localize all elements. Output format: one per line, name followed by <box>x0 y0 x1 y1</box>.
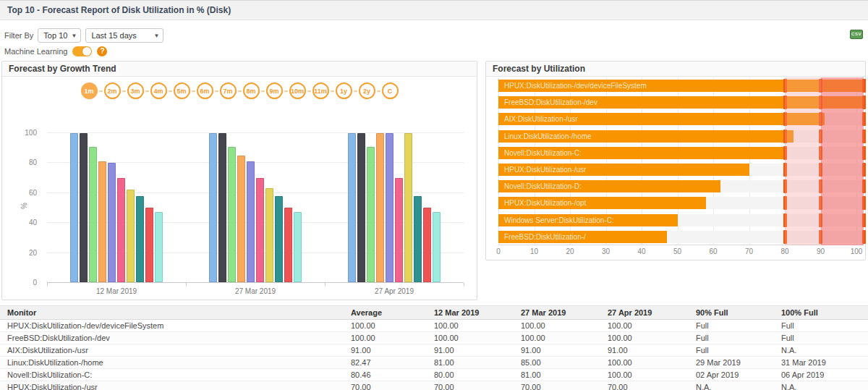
top-n-select[interactable]: Top 10 ▼ <box>38 28 81 43</box>
range-pill-4m[interactable]: 4m <box>150 82 167 99</box>
table-body: HPUX:DiskUtilization-/dev/deviceFileSyst… <box>0 320 868 390</box>
bar[interactable] <box>80 133 88 282</box>
threshold-marker <box>783 130 787 143</box>
range-pill-2y[interactable]: 2y <box>359 82 375 99</box>
machine-learning-toggle[interactable] <box>72 46 92 56</box>
bar[interactable] <box>256 178 264 282</box>
range-pill-6m[interactable]: 6m <box>197 82 213 99</box>
table-row: Linux:DiskUtilization-/home82.4781.0085.… <box>0 357 868 369</box>
range-pill-5m[interactable]: 5m <box>174 82 190 99</box>
bar[interactable] <box>404 133 412 282</box>
bar[interactable] <box>265 188 273 282</box>
range-pill-1y[interactable]: 1y <box>336 82 352 99</box>
bar[interactable]: HPUX:DiskUtilization-/usr <box>498 164 749 176</box>
x-tick-label: 100 <box>851 247 863 255</box>
bar[interactable] <box>348 133 356 282</box>
bar[interactable]: HPUX:DiskUtilization-/opt <box>498 197 706 209</box>
range-pill-2m[interactable]: 2m <box>104 82 121 99</box>
bar[interactable] <box>414 196 422 282</box>
cell: Linux:DiskUtilization-/home <box>0 357 344 369</box>
range-pill-9m[interactable]: 9m <box>266 82 283 99</box>
cell: N.A. <box>689 381 774 390</box>
time-range-select[interactable]: Last 15 days ▼ <box>85 28 163 43</box>
bar[interactable]: FreeBSD:DiskUtilization-/ <box>498 231 667 243</box>
bar[interactable]: Linux:DiskUtilization-/home <box>498 130 793 143</box>
bar-label: HPUX:DiskUtilization-/usr <box>498 164 749 176</box>
bar[interactable] <box>136 196 144 282</box>
bar[interactable] <box>423 208 431 282</box>
utilization-row: Linux:DiskUtilization-/home <box>498 128 864 145</box>
bar[interactable] <box>209 133 217 282</box>
range-pill-8m[interactable]: 8m <box>243 82 260 99</box>
bar[interactable] <box>275 196 283 282</box>
bar[interactable]: Novell:DiskUtilization-D: <box>498 180 720 192</box>
range-pill-7m[interactable]: 7m <box>220 82 237 99</box>
cell: N.A. <box>774 344 868 357</box>
utilization-row: FreeBSD:DiskUtilization-/dev <box>498 94 864 111</box>
bar[interactable] <box>247 161 255 282</box>
threshold-marker <box>783 112 787 126</box>
growth-trend-panel: Forecast by Growth Trend 1m2m3m4m5m6m7m8… <box>1 61 477 300</box>
bar[interactable] <box>108 163 116 282</box>
x-axis-tick <box>47 283 48 286</box>
bar[interactable] <box>376 133 384 282</box>
column-header: 27 Apr 2019 <box>600 306 689 320</box>
csv-export-icon[interactable]: CSV <box>850 30 863 39</box>
bar[interactable] <box>117 178 125 282</box>
forecast-table: MonitorAverage12 Mar 201927 Mar 201927 A… <box>0 305 868 390</box>
bar[interactable] <box>98 161 106 282</box>
threshold-marker <box>862 163 866 177</box>
help-icon[interactable]: ? <box>97 46 107 56</box>
bar[interactable] <box>70 133 78 282</box>
x-axis-tick <box>464 283 464 286</box>
bar[interactable] <box>357 133 365 282</box>
pill-connector <box>192 90 195 92</box>
bar[interactable]: HPUX:DiskUtilization-/dev/deviceFileSyst… <box>498 80 862 92</box>
column-header: 100% Full <box>774 306 868 320</box>
pill-connector <box>284 90 288 92</box>
bar[interactable] <box>155 212 163 282</box>
utilization-row: AIX:DiskUtilization-/usr <box>498 111 864 127</box>
threshold-marker <box>783 230 787 244</box>
bar-label: Linux:DiskUtilization-/home <box>498 130 793 143</box>
y-tick-label: 100 <box>25 129 37 137</box>
utilization-row: Windows Server:DiskUtilization-C: <box>498 212 864 229</box>
range-pill-C[interactable]: C <box>382 82 399 99</box>
utilization-row: HPUX:DiskUtilization-/opt <box>498 195 864 211</box>
table-row: Novell:DiskUtilization-C:80.4680.0081.00… <box>0 369 868 381</box>
bar[interactable] <box>386 133 393 282</box>
bar[interactable] <box>237 156 245 282</box>
threshold-marker <box>862 230 866 244</box>
bar[interactable]: FreeBSD:DiskUtilization-/dev <box>498 96 862 109</box>
bar[interactable] <box>89 147 97 282</box>
range-pill-3m[interactable]: 3m <box>127 82 144 99</box>
bar[interactable]: AIX:DiskUtilization-/usr <box>498 113 825 125</box>
range-pill-10m[interactable]: 10m <box>289 82 306 99</box>
bar[interactable] <box>367 147 375 282</box>
utilization-row: Novell:DiskUtilization-C: <box>498 145 864 161</box>
bar[interactable]: Novell:DiskUtilization-C: <box>498 147 786 159</box>
cell: 81.00 <box>514 369 600 381</box>
range-pill-1m[interactable]: 1m <box>81 82 98 99</box>
x-axis-tick <box>186 283 187 286</box>
bar-label: Novell:DiskUtilization-D: <box>498 180 720 192</box>
bar[interactable] <box>294 212 302 282</box>
cell: 82.47 <box>344 357 427 369</box>
growth-trend-panel-title: Forecast by Growth Trend <box>2 62 477 77</box>
bar[interactable] <box>433 212 441 282</box>
cell: Novell:DiskUtilization-C: <box>0 369 344 381</box>
x-tick-label: 10 <box>530 247 538 255</box>
growth-x-labels: 12 Mar 201927 Mar 201927 Apr 2019 <box>47 287 464 295</box>
growth-trend-plot <box>47 133 464 283</box>
bar[interactable]: Windows Server:DiskUtilization-C: <box>498 214 678 226</box>
bar-label: Windows Server:DiskUtilization-C: <box>498 214 678 226</box>
growth-y-axis: 020406080100 <box>8 133 41 283</box>
range-pill-11m[interactable]: 11m <box>312 82 329 99</box>
bar[interactable] <box>145 208 153 282</box>
bar-group <box>325 133 464 282</box>
bar[interactable] <box>228 147 236 282</box>
bar[interactable] <box>127 190 135 282</box>
bar[interactable] <box>284 208 292 282</box>
bar[interactable] <box>218 133 226 282</box>
bar[interactable] <box>395 178 403 282</box>
